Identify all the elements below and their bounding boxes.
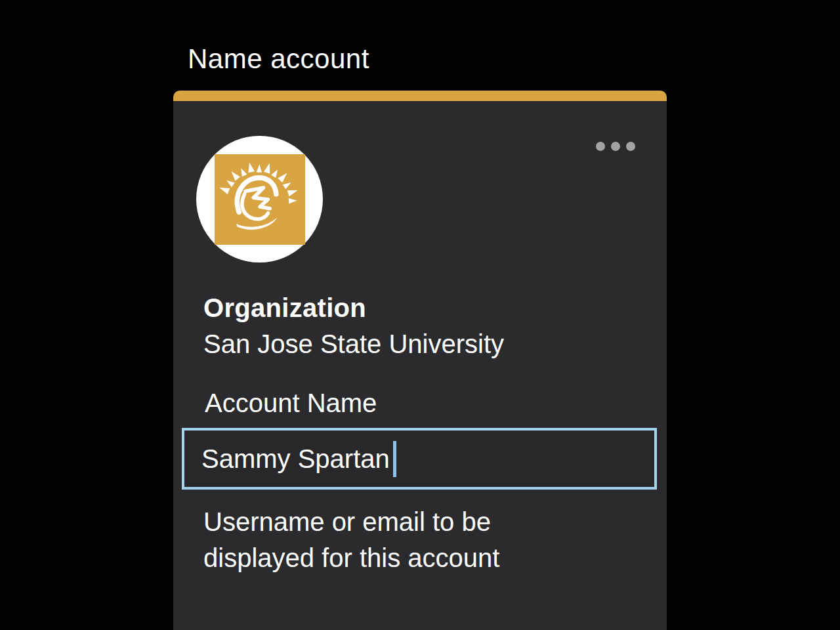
ellipsis-dot bbox=[626, 142, 635, 151]
text-caret bbox=[393, 441, 396, 477]
account-name-helper-text: Username or email to be displayed for th… bbox=[203, 504, 571, 576]
ellipsis-menu-icon[interactable] bbox=[593, 139, 638, 154]
page-title: Name account bbox=[188, 43, 369, 75]
ellipsis-dot bbox=[611, 142, 620, 151]
account-name-label: Account Name bbox=[205, 388, 377, 418]
organization-label: Organization bbox=[203, 290, 504, 326]
account-name-input[interactable]: Sammy Spartan bbox=[182, 428, 657, 490]
ellipsis-dot bbox=[596, 142, 605, 151]
account-name-value: Sammy Spartan bbox=[201, 444, 390, 474]
sjsu-spartan-logo-icon bbox=[215, 154, 305, 245]
avatar bbox=[196, 136, 323, 262]
card-accent-bar bbox=[173, 91, 667, 101]
name-account-card: Organization San Jose State University A… bbox=[173, 91, 667, 630]
organization-value: San Jose State University bbox=[203, 326, 504, 362]
